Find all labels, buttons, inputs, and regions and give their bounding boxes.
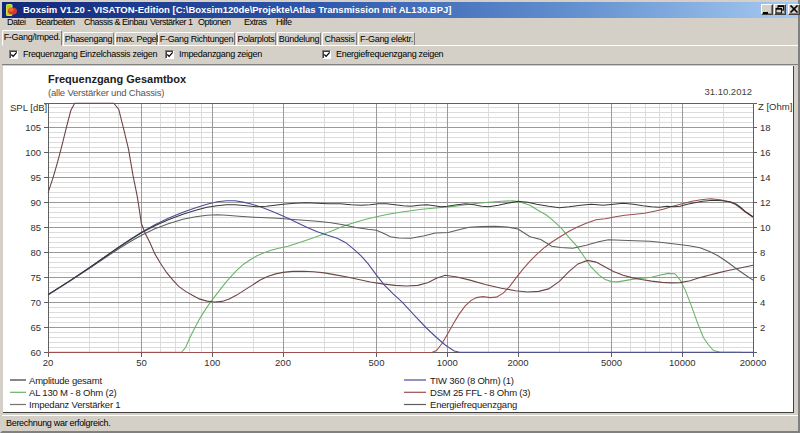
svg-text:90: 90	[30, 197, 41, 208]
svg-text:Z [Ohm]: Z [Ohm]	[758, 101, 792, 112]
svg-text:6: 6	[760, 272, 765, 283]
svg-text:2000: 2000	[507, 357, 528, 368]
svg-text:500: 500	[369, 357, 385, 368]
svg-text:20: 20	[43, 357, 54, 368]
svg-text:85: 85	[30, 222, 41, 233]
svg-text:95: 95	[30, 172, 41, 183]
svg-text:12: 12	[760, 197, 771, 208]
svg-text:105: 105	[25, 122, 41, 133]
svg-text:4: 4	[760, 297, 765, 308]
svg-text:31.10.2012: 31.10.2012	[704, 86, 752, 97]
svg-text:200: 200	[275, 357, 291, 368]
svg-text:100: 100	[204, 357, 220, 368]
svg-text:75: 75	[30, 272, 41, 283]
svg-text:16: 16	[760, 147, 771, 158]
svg-text:10: 10	[760, 222, 771, 233]
svg-text:8: 8	[760, 247, 765, 258]
svg-text:100: 100	[25, 147, 41, 158]
svg-text:10000: 10000	[669, 357, 695, 368]
svg-text:DSM 25 FFL - 8 Ohm (3): DSM 25 FFL - 8 Ohm (3)	[430, 387, 530, 398]
svg-text:70: 70	[30, 297, 41, 308]
svg-text:Frequenzgang Gesamtbox: Frequenzgang Gesamtbox	[48, 73, 187, 85]
svg-text:20000: 20000	[740, 357, 766, 368]
svg-text:2: 2	[760, 322, 765, 333]
svg-text:60: 60	[30, 347, 41, 358]
svg-text:(alle Verstärker und Chassis): (alle Verstärker und Chassis)	[48, 87, 164, 98]
svg-text:SPL [dB]: SPL [dB]	[10, 102, 47, 113]
svg-text:TIW 360 (8 Ohm) (1): TIW 360 (8 Ohm) (1)	[430, 375, 514, 386]
svg-text:50: 50	[136, 357, 147, 368]
svg-text:Energiefrequenzgang: Energiefrequenzgang	[430, 399, 517, 410]
svg-text:1000: 1000	[437, 357, 458, 368]
svg-text:65: 65	[30, 322, 41, 333]
svg-text:Impedanz Verstärker 1: Impedanz Verstärker 1	[29, 399, 120, 410]
svg-text:5000: 5000	[601, 357, 622, 368]
svg-text:Amplitude gesamt: Amplitude gesamt	[29, 375, 102, 386]
svg-text:18: 18	[760, 122, 771, 133]
svg-text:80: 80	[30, 247, 41, 258]
svg-text:14: 14	[760, 172, 771, 183]
svg-text:AL 130 M - 8 Ohm (2): AL 130 M - 8 Ohm (2)	[29, 387, 117, 398]
